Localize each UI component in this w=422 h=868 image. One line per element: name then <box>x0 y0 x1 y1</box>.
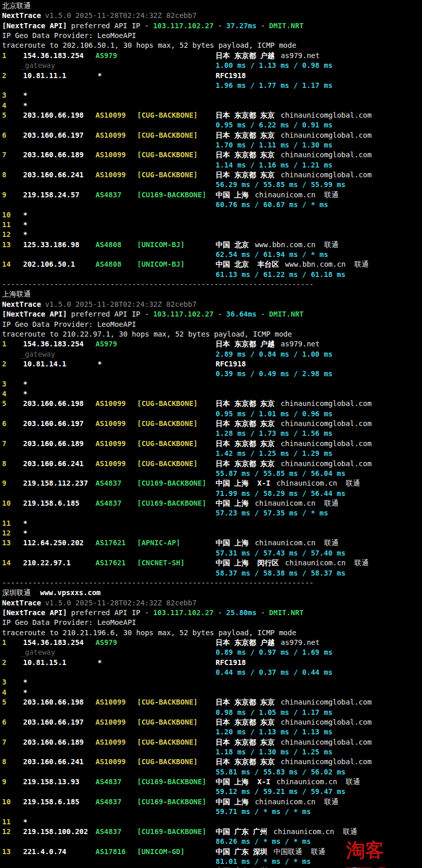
hop-geo-location: 日本 东京都 东京 <box>216 698 275 706</box>
api-node: DMIT.NRT <box>269 310 303 318</box>
api-line: [NextTrace API]preferred API IP -103.117… <box>0 608 422 618</box>
hop-geo-location: RFC1918 <box>216 360 246 368</box>
hop-row: 8203.160.66.241AS10099[CUG-BACKBONE]日本 东… <box>0 170 422 180</box>
traceroute-summary: traceroute to 202.106.50.1, 30 hops max,… <box>2 41 296 49</box>
hop-asn-tag: [UNICOM-BJ] <box>137 260 185 269</box>
hop-host: chinaunicom.cn <box>255 539 315 547</box>
hop-geo-location: 日本 东京都 户越 <box>216 340 275 348</box>
hop-latency-row: 55.87 ms / 55.85 ms / 56.04 ms <box>0 469 422 479</box>
section-title: 上海联通 <box>2 290 31 298</box>
app-name: NextTrace <box>2 300 41 308</box>
hop-timeout-star: * <box>23 817 27 827</box>
hop-host: chinaunicom.cn <box>277 778 337 786</box>
hop-number: 1 <box>2 339 6 349</box>
hop-latency: 55.81 ms / 55.83 ms / 56.02 ms <box>216 767 346 777</box>
hop-number: 8 <box>2 757 6 767</box>
hop-asn: AS10099 <box>95 697 126 707</box>
hop-row: 6203.160.66.197AS10099[CUG-BACKBONE]日本 东… <box>0 419 422 429</box>
hop-latency-row: 56.29 ms / 55.85 ms / 55.99 ms <box>0 180 422 190</box>
section-title-line: 上海联通 <box>0 289 422 300</box>
geo-provider-line: IP Geo Data Provider: LeoMoeAPI <box>0 320 422 330</box>
hop-host: chinaunicomglobal.com <box>281 419 372 428</box>
hop-geo: 中国 广东 深圳中国联通联通 <box>216 847 325 857</box>
hop-timeout-star: * <box>23 677 27 687</box>
app-name: NextTrace <box>2 11 41 20</box>
hop-geo: 日本 东京都 东京chinaunicomglobal.com <box>216 110 372 120</box>
hop-host: chinaunicomglobal.com <box>281 698 372 706</box>
terminal-screenshot: { "colors": { "white": "#e4e4e4", "brigh… <box>0 0 422 868</box>
api-latency: 25.80ms <box>226 608 257 617</box>
separator: ----------------------------------------… <box>2 579 314 587</box>
hop-row: 3* <box>0 90 422 101</box>
hop-row: 1154.36.183.254AS979日本 东京都 户越as979.net <box>0 638 422 648</box>
hop-ip: 203.160.66.241 <box>23 459 84 469</box>
hop-asn: AS10099 <box>95 170 126 180</box>
hop-geo-location: 日本 东京都 东京 <box>216 171 275 179</box>
hop-host: chinaunicomglobal.com <box>281 399 372 408</box>
hop-geo: 中国 上海chinaunicom.cn联通 <box>216 190 338 200</box>
hop-host: chinaunicom.cn <box>285 559 346 567</box>
hop-asn: AS10099 <box>95 131 126 140</box>
hop-row: 11* <box>0 220 422 230</box>
hop-geo: 日本 东京都 东京chinaunicomglobal.com <box>216 399 372 409</box>
hop-host: as979.net <box>281 340 320 348</box>
traceroute-line: traceroute to 210.22.97.1, 30 hops max, … <box>0 329 422 340</box>
hop-ip: 203.160.66.198 <box>23 399 84 409</box>
api-label: [NextTrace API] <box>2 608 67 617</box>
hop-asn-tag: [CU169-BACKBONE] <box>137 190 206 200</box>
hop-asn: AS4837 <box>95 498 122 508</box>
hop-row: 5203.160.66.198AS10099[CUG-BACKBONE]日本 东… <box>0 110 422 121</box>
hop-row: 10219.158.6.185AS4837[CU169-BACKBONE]中国 … <box>0 498 422 509</box>
hop-geo-location: RFC1918 <box>216 658 246 667</box>
hop-geo: 中国 上海chinaunicom.cn联通 <box>216 797 338 807</box>
hop-ip: 219.158.100.202 <box>23 827 88 837</box>
hop-host: chinaunicom.cn <box>277 479 337 487</box>
hop-isp: 联通 <box>343 827 357 836</box>
hop-latency: 59.12 ms / 59.21 ms / 59.47 ms <box>216 787 346 797</box>
hop-row: 210.81.14.1*RFC1918 <box>0 359 422 370</box>
hop-isp: 联通 <box>324 191 338 199</box>
section-title: 深圳联通 <box>2 588 31 597</box>
hop-ip: 203.160.66.198 <box>23 110 84 120</box>
hop-ip: 219.158.24.57 <box>23 190 80 200</box>
hop-asn-tag: [CUG-BACKBONE] <box>137 399 198 409</box>
hop-geo-location: 日本 东京都 东京 <box>216 459 275 468</box>
hop-ip: 10.81.14.1 <box>23 359 66 369</box>
hop-timeout-star: * <box>23 688 27 697</box>
hop-geo-location: 中国 北京 <box>216 241 248 249</box>
hop-latency: 55.87 ms / 55.85 ms / 56.04 ms <box>216 469 346 478</box>
hop-number: 2 <box>2 71 6 81</box>
hop-ip: 219.158.112.237 <box>23 478 88 488</box>
hop-asn-tag: [CNCNET-SH] <box>137 558 185 568</box>
hop-latency: 71.99 ms / 58.29 ms / 56.44 ms <box>216 489 346 498</box>
hop-latency: 0.89 ms / 0.97 ms / 1.69 ms <box>216 648 333 657</box>
traceroute-line: traceroute to 202.106.50.1, 30 hops max,… <box>0 41 422 51</box>
hop-number: 11 <box>2 519 11 528</box>
hop-geo-location: 中国 上海 闵行区 <box>216 559 279 567</box>
hop-latency: 81.01 ms / * ms / * ms <box>216 857 311 866</box>
hop-asn: AS17621 <box>95 538 126 548</box>
hop-geo: 日本 东京都 东京chinaunicomglobal.com <box>216 419 372 429</box>
geo-provider: IP Geo Data Provider: LeoMoeAPI <box>2 320 136 328</box>
hop-latency-row: 1.96 ms / 1.77 ms / 1.17 ms <box>0 81 422 91</box>
hop-ip: 154.36.183.254 <box>23 51 84 61</box>
hop-row: 3* <box>0 677 422 688</box>
terminal-output: 北京联通NextTracev1.5.0 2025-11-28T02:24:32Z… <box>0 0 422 868</box>
hop-geo-location: 中国 广东 广州 <box>216 827 267 836</box>
hop-host: chinaunicomglobal.com <box>281 758 372 766</box>
hop-asn-tag: [CUG-BACKBONE] <box>137 110 198 120</box>
hop-latency-row: 55.81 ms / 55.83 ms / 56.02 ms <box>0 767 422 778</box>
hop-host: chinaunicomglobal.com <box>281 111 372 119</box>
hop-geo-location: 中国 上海 <box>216 499 248 507</box>
hop-asn-tag: [CUG-BACKBONE] <box>137 170 198 180</box>
hop-asn: AS10099 <box>95 737 126 747</box>
api-node: DMIT.NRT <box>269 608 303 617</box>
hop-geo-location: 日本 东京都 东京 <box>216 131 275 139</box>
hop-latency: 56.29 ms / 55.85 ms / 55.99 ms <box>216 180 346 190</box>
hop-asn: AS10099 <box>95 757 126 767</box>
hop-geo-location: 日本 东京都 东京 <box>216 111 275 119</box>
hop-number: 12 <box>2 528 11 538</box>
hop-latency: 0.95 ms / 1.01 ms / 0.96 ms <box>216 409 333 419</box>
traceroute-line: traceroute to 210.21.196.6, 30 hops max,… <box>0 628 422 638</box>
hop-latency-row: 1.28 ms / 1.73 ms / 1.56 ms <box>0 429 422 439</box>
